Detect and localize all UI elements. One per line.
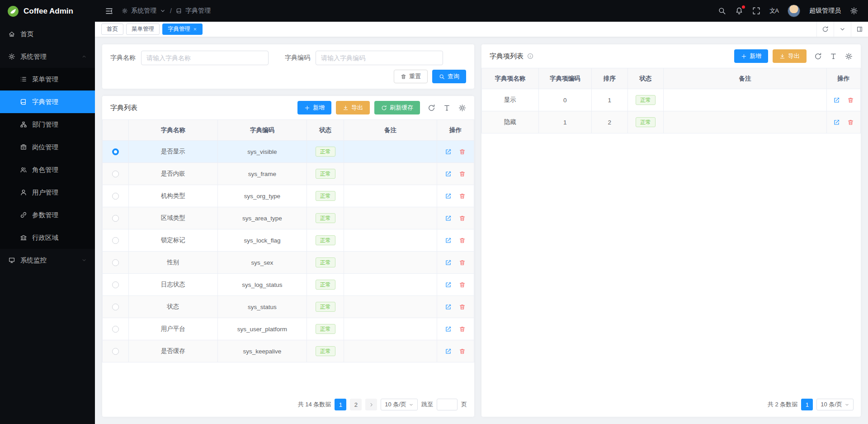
translate-icon[interactable]: 文A — [769, 7, 778, 15]
page-number-1[interactable]: 1 — [801, 399, 813, 410]
sidebar-item-6[interactable]: 角色管理 — [0, 158, 95, 181]
next-page-icon[interactable] — [365, 399, 377, 410]
row-radio[interactable] — [112, 193, 119, 200]
edit-icon[interactable] — [445, 148, 452, 155]
delete-icon[interactable] — [847, 119, 854, 126]
sidebar-item-3[interactable]: 字典管理 — [0, 91, 95, 113]
page-size-select[interactable]: 10 条/页 — [381, 399, 418, 410]
chevron-down-icon[interactable] — [160, 8, 166, 14]
dict-row-5[interactable]: 性别sys_sex正常 — [103, 252, 474, 274]
delete-icon[interactable] — [459, 348, 466, 355]
layout-setting-icon[interactable] — [851, 22, 868, 37]
table-refresh-icon[interactable] — [428, 104, 435, 112]
jump-input[interactable] — [437, 399, 458, 410]
font-size-icon[interactable] — [830, 52, 837, 60]
dict-item-row-1[interactable]: 隐藏12正常 — [482, 111, 861, 133]
delete-icon[interactable] — [847, 97, 854, 104]
row-radio[interactable] — [112, 304, 119, 310]
delete-icon[interactable] — [459, 148, 466, 155]
fullscreen-icon[interactable] — [752, 7, 760, 15]
delete-icon[interactable] — [459, 237, 466, 244]
export-dict-button[interactable]: 导出 — [336, 101, 370, 114]
collapse-sidebar-icon[interactable] — [105, 7, 113, 15]
sidebar-item-1[interactable]: 系统管理 — [0, 45, 95, 68]
close-icon[interactable] — [193, 27, 197, 31]
dict-row-2[interactable]: 机构类型sys_org_type正常 — [103, 185, 474, 207]
row-radio[interactable] — [112, 215, 119, 222]
delete-icon[interactable] — [459, 171, 466, 177]
column-setting-gear-icon[interactable] — [458, 104, 466, 112]
row-radio[interactable] — [112, 148, 119, 155]
add-dict-button[interactable]: 新增 — [297, 101, 331, 114]
sidebar-item-10[interactable]: 系统监控 — [0, 249, 95, 272]
dict-row-3[interactable]: 区域类型sys_area_type正常 — [103, 207, 474, 229]
delete-icon[interactable] — [459, 259, 466, 266]
delete-icon[interactable] — [459, 304, 466, 310]
tab-1[interactable]: 菜单管理 — [126, 24, 160, 35]
row-radio[interactable] — [112, 281, 119, 288]
query-button[interactable]: 查询 — [432, 70, 466, 83]
notification-bell-icon[interactable] — [735, 7, 743, 15]
row-radio[interactable] — [112, 171, 119, 177]
refresh-cache-button[interactable]: 刷新缓存 — [374, 101, 420, 114]
edit-icon[interactable] — [445, 215, 452, 222]
edit-icon[interactable] — [833, 97, 840, 104]
table-refresh-icon[interactable] — [814, 52, 822, 60]
settings-gear-icon[interactable] — [850, 7, 858, 15]
page-size-select[interactable]: 10 条/页 — [816, 399, 854, 410]
tab-0[interactable]: 首页 — [101, 24, 123, 35]
edit-icon[interactable] — [833, 119, 840, 126]
page-number-2[interactable]: 2 — [350, 399, 362, 410]
add-dict-item-button[interactable]: 新增 — [734, 49, 768, 63]
row-radio[interactable] — [112, 259, 119, 266]
column-setting-gear-icon[interactable] — [845, 52, 853, 60]
edit-icon[interactable] — [445, 326, 452, 333]
reset-button[interactable]: 重置 — [394, 70, 428, 83]
tab-actions-chevron-icon[interactable] — [834, 22, 851, 37]
refresh-tab-icon[interactable] — [816, 22, 834, 37]
row-radio[interactable] — [112, 237, 119, 244]
info-icon[interactable] — [527, 53, 533, 59]
avatar[interactable] — [788, 5, 800, 17]
export-dict-item-button[interactable]: 导出 — [773, 49, 807, 63]
dict-row-6[interactable]: 日志状态sys_log_status正常 — [103, 274, 474, 296]
col-remark: 备注 — [344, 120, 437, 141]
search-icon[interactable] — [718, 7, 726, 15]
dict-row-7[interactable]: 状态sys_status正常 — [103, 296, 474, 318]
dict-item-row-0[interactable]: 显示01正常 — [482, 89, 861, 111]
page-number-1[interactable]: 1 — [335, 399, 346, 410]
row-radio[interactable] — [112, 326, 119, 333]
delete-icon[interactable] — [459, 281, 466, 288]
tab-2[interactable]: 字典管理 — [162, 24, 203, 35]
breadcrumb-parent[interactable]: 系统管理 — [131, 7, 156, 15]
sidebar-item-7[interactable]: 用户管理 — [0, 181, 95, 204]
dict-row-8[interactable]: 用户平台sys_user_platform正常 — [103, 318, 474, 340]
edit-icon[interactable] — [445, 304, 452, 310]
edit-icon[interactable] — [445, 193, 452, 200]
dict-code-cell: sys_frame — [217, 163, 307, 185]
delete-icon[interactable] — [459, 215, 466, 222]
sidebar-item-8[interactable]: 参数管理 — [0, 204, 95, 226]
sidebar-item-0[interactable]: 首页 — [0, 23, 95, 45]
edit-icon[interactable] — [445, 259, 452, 266]
dict-item-table: 字典项名称 字典项编码 排序 状态 备注 操作 显示01正常隐藏12正常 — [481, 68, 861, 133]
delete-icon[interactable] — [459, 193, 466, 200]
dict-row-4[interactable]: 锁定标记sys_lock_flag正常 — [103, 229, 474, 252]
edit-icon[interactable] — [445, 348, 452, 355]
delete-icon[interactable] — [459, 326, 466, 333]
edit-icon[interactable] — [445, 237, 452, 244]
sidebar-item-5[interactable]: 岗位管理 — [0, 136, 95, 158]
sidebar-item-9[interactable]: 行政区域 — [0, 226, 95, 249]
username[interactable]: 超级管理员 — [809, 7, 841, 15]
edit-icon[interactable] — [445, 171, 452, 177]
edit-icon[interactable] — [445, 281, 452, 288]
font-size-icon[interactable] — [443, 104, 451, 112]
dict-code-input[interactable] — [316, 51, 443, 65]
dict-row-0[interactable]: 是否显示sys_visible正常 — [103, 141, 474, 163]
dict-name-input[interactable] — [141, 51, 269, 65]
dict-row-1[interactable]: 是否内嵌sys_frame正常 — [103, 163, 474, 185]
sidebar-item-4[interactable]: 部门管理 — [0, 113, 95, 136]
row-radio[interactable] — [112, 348, 119, 355]
sidebar-item-2[interactable]: 菜单管理 — [0, 68, 95, 91]
dict-row-9[interactable]: 是否缓存sys_keepalive正常 — [103, 340, 474, 362]
